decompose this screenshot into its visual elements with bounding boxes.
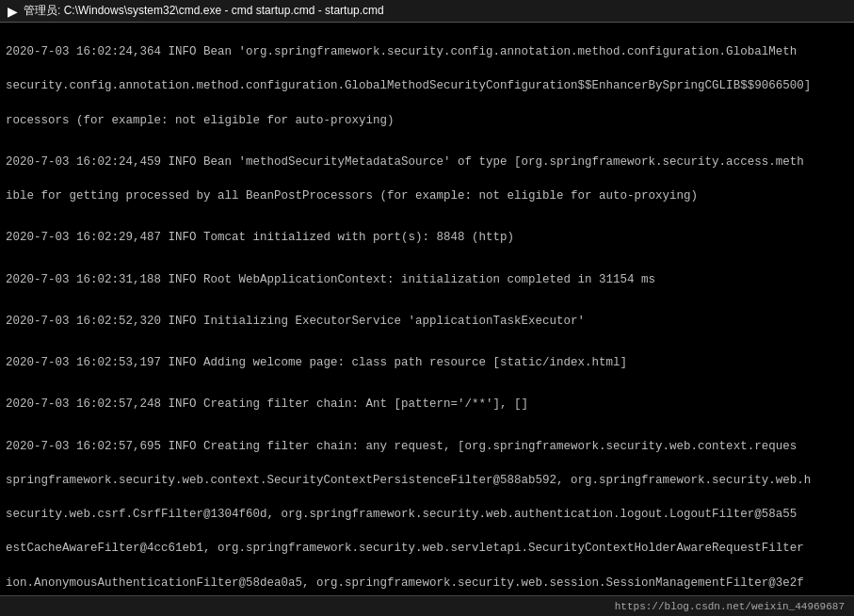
blank-line	[6, 221, 848, 229]
blank-line	[6, 264, 848, 271]
log-line: 2020-7-03 16:02:53,197 INFO Adding welco…	[6, 354, 848, 371]
blank-line	[6, 305, 848, 313]
title-bar-text: 管理员: C:\Windows\system32\cmd.exe - cmd s…	[24, 3, 384, 19]
cmd-icon: ▶	[8, 4, 18, 19]
log-line: 2020-7-03 16:02:24,364 INFO Bean 'org.sp…	[6, 43, 848, 60]
log-line: ion.AnonymousAuthenticationFilter@58dea0…	[6, 575, 848, 592]
log-line: 2020-7-03 16:02:57,695 INFO Creating fil…	[6, 438, 848, 455]
log-line: ible for getting processed by all BeanPo…	[6, 187, 848, 204]
log-line: rocessors (for example: not eligible for…	[6, 112, 848, 129]
log-line: 2020-7-03 16:02:24,459 INFO Bean 'method…	[6, 154, 848, 170]
log-line: 2020-7-03 16:02:31,188 INFO Root WebAppl…	[6, 271, 848, 288]
console-output: 2020-7-03 16:02:24,364 INFO Bean 'org.sp…	[0, 23, 854, 595]
status-bar: https://blog.csdn.net/weixin_44969687	[0, 595, 854, 616]
log-line: security.config.annotation.method.config…	[6, 77, 848, 94]
blank-line	[6, 388, 848, 396]
blank-line	[6, 146, 848, 154]
log-line: security.web.csrf.CsrfFilter@1304f60d, o…	[6, 506, 848, 523]
blank-line	[6, 430, 848, 438]
log-line: springframework.security.web.context.Sec…	[6, 472, 848, 489]
log-line: 2020-7-03 16:02:57,248 INFO Creating fil…	[6, 396, 848, 413]
log-line: 2020-7-03 16:02:29,487 INFO Tomcat initi…	[6, 229, 848, 246]
log-line: 2020-7-03 16:02:52,320 INFO Initializing…	[6, 313, 848, 330]
log-line: estCacheAwareFilter@4cc61eb1, org.spring…	[6, 540, 848, 557]
title-bar: ▶ 管理员: C:\Windows\system32\cmd.exe - cmd…	[0, 0, 854, 23]
status-bar-url: https://blog.csdn.net/weixin_44969687	[615, 601, 845, 612]
blank-line	[6, 347, 848, 354]
